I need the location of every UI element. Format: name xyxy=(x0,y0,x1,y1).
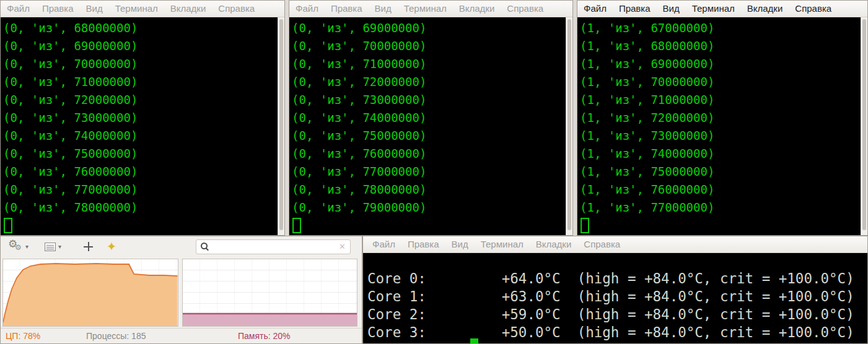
process-box-icon xyxy=(45,243,56,251)
highlight-button[interactable]: ✦ xyxy=(104,239,119,254)
cpu-graph-area xyxy=(3,259,178,326)
task-manager-statusbar: ЦП: 78% Процессы: 185 Память: 20% xyxy=(1,328,362,343)
memory-graph xyxy=(182,259,358,327)
menu-item[interactable]: Терминал xyxy=(109,1,164,17)
scrollbar-thumb[interactable] xyxy=(862,19,866,230)
task-manager-window: ⚙ ⚙ ▾ ▾ ✦ ✕ xyxy=(0,236,362,344)
terminal-line: (0, 'из', 77000000) xyxy=(3,181,284,199)
terminal-line: (1, 'из', 76000000) xyxy=(580,181,867,199)
menu-item[interactable]: Правка xyxy=(401,236,445,252)
terminal-line: (0, 'из', 76000000) xyxy=(3,163,284,181)
terminal-line: (0, 'из', 72000000) xyxy=(292,73,572,91)
menu-item[interactable]: Правка xyxy=(325,1,369,17)
monitor-graphs xyxy=(1,257,362,328)
cpu-usage-label: ЦП: 78% xyxy=(6,331,40,341)
menu-item[interactable]: Вид xyxy=(445,236,475,252)
chevron-down-icon: ▾ xyxy=(25,243,28,250)
menu-item[interactable]: Вид xyxy=(369,1,398,17)
terminal-window-bottom-right: ФайлПравкаВидТерминалВкладкиСправка Core… xyxy=(362,236,868,344)
scrollbar-thumb[interactable] xyxy=(279,19,283,230)
scrollbar[interactable] xyxy=(566,17,572,235)
menu-item[interactable]: Файл xyxy=(577,1,613,17)
sparkle-star-icon: ✦ xyxy=(107,241,116,252)
menu-item[interactable]: Вид xyxy=(657,1,686,17)
terminal-window-top-middle: ФайлПравкаВидТерминалВкладкиСправка (0, … xyxy=(289,0,573,236)
terminal-line: (0, 'из', 69000000) xyxy=(3,37,284,55)
terminal-line: (0, 'из', 78000000) xyxy=(292,181,572,199)
terminal-line: (0, 'из', 73000000) xyxy=(3,109,284,127)
menu-bar: ФайлПравкаВидТерминалВкладкиСправка xyxy=(363,236,867,253)
scrollbar[interactable] xyxy=(278,17,284,235)
terminal-line: (0, 'из', 74000000) xyxy=(292,109,572,127)
menu-item[interactable]: Терминал xyxy=(686,1,741,17)
menu-item[interactable]: Справка xyxy=(789,1,838,17)
menu-item[interactable]: Справка xyxy=(212,1,261,17)
clear-search-icon[interactable]: ✕ xyxy=(339,243,346,251)
terminal-line: Core 2: +59.0°C (high = +84.0°C, crit = … xyxy=(367,306,867,324)
menu-item[interactable]: Вкладки xyxy=(741,1,789,17)
menu-bar: ФайлПравкаВидТерминалВкладкиСправка xyxy=(1,1,284,17)
search-input[interactable] xyxy=(213,241,335,252)
terminal-output: (0, 'из', 68000000)(0, 'из', 69000000)(0… xyxy=(1,17,284,217)
terminal-line: (0, 'из', 75000000) xyxy=(292,127,572,145)
terminal-line: (1, 'из', 70000000) xyxy=(580,73,867,91)
terminal-cursor xyxy=(4,218,12,233)
search-icon xyxy=(201,243,209,251)
terminal-line: (0, 'из', 71000000) xyxy=(292,55,572,73)
terminal-line: (0, 'из', 78000000) xyxy=(3,199,284,217)
identify-window-button[interactable] xyxy=(81,241,95,252)
terminal-window-top-right: ФайлПравкаВидТерминалВкладкиСправка (1, … xyxy=(577,0,868,236)
scrollbar-thumb[interactable] xyxy=(568,19,571,230)
terminal-window-top-left: ФайлПравкаВидТерминалВкладкиСправка (0, … xyxy=(0,0,285,236)
terminal-line: (0, 'из', 71000000) xyxy=(3,73,284,91)
menu-item[interactable]: Вид xyxy=(80,1,109,17)
settings-menu-button[interactable]: ⚙ ⚙ ▾ xyxy=(6,239,31,255)
terminal-line: (0, 'из', 76000000) xyxy=(292,145,572,163)
terminal-line: (0, 'из', 72000000) xyxy=(3,91,284,109)
process-view-button[interactable]: ▾ xyxy=(42,241,64,252)
menu-item[interactable]: Вкладки xyxy=(164,1,213,17)
menu-item[interactable]: Вкладки xyxy=(453,1,501,17)
terminal-line: (1, 'из', 71000000) xyxy=(580,91,867,109)
terminal-cursor xyxy=(470,338,478,343)
menu-item[interactable]: Файл xyxy=(1,1,36,17)
terminal-line: (1, 'из', 67000000) xyxy=(580,19,867,37)
terminal-screen[interactable]: Core 0: +64.0°C (high = +84.0°C, crit = … xyxy=(363,253,867,343)
terminal-line: (0, 'из', 74000000) xyxy=(3,127,284,145)
terminal-line: Core 0: +64.0°C (high = +84.0°C, crit = … xyxy=(367,270,867,288)
search-box[interactable]: ✕ xyxy=(196,239,351,254)
menu-item[interactable]: Справка xyxy=(501,1,550,17)
terminal-line: (0, 'из', 75000000) xyxy=(3,145,284,163)
cpu-graph xyxy=(2,259,178,327)
terminal-screen[interactable]: (0, 'из', 68000000)(0, 'из', 69000000)(0… xyxy=(1,17,284,235)
menu-bar: ФайлПравкаВидТерминалВкладкиСправка xyxy=(289,1,572,17)
chevron-down-icon: ▾ xyxy=(58,243,61,250)
menu-bar: ФайлПравкаВидТерминалВкладкиСправка xyxy=(577,1,867,17)
terminal-line: Core 1: +63.0°C (high = +84.0°C, crit = … xyxy=(367,288,867,306)
menu-item[interactable]: Справка xyxy=(577,236,626,252)
terminal-output: (1, 'из', 67000000)(1, 'из', 68000000)(1… xyxy=(577,17,867,217)
terminal-line: (1, 'из', 75000000) xyxy=(580,163,867,181)
terminal-screen[interactable]: (1, 'из', 67000000)(1, 'из', 68000000)(1… xyxy=(577,17,867,235)
terminal-screen[interactable]: (0, 'из', 69000000)(0, 'из', 70000000)(0… xyxy=(289,17,572,235)
menu-item[interactable]: Файл xyxy=(366,236,401,252)
terminal-line: (1, 'из', 72000000) xyxy=(580,109,867,127)
scrollbar[interactable] xyxy=(861,17,867,235)
desktop: ФайлПравкаВидТерминалВкладкиСправка (0, … xyxy=(0,0,868,344)
task-manager-toolbar: ⚙ ⚙ ▾ ▾ ✦ ✕ xyxy=(1,236,362,257)
menu-item[interactable]: Вкладки xyxy=(530,236,578,252)
terminal-line: (0, 'из', 77000000) xyxy=(292,163,572,181)
menu-item[interactable]: Правка xyxy=(613,1,657,17)
bottom-row: ⚙ ⚙ ▾ ▾ ✦ ✕ xyxy=(0,236,868,344)
terminal-cursor xyxy=(292,218,301,233)
terminal-cursor xyxy=(581,218,589,233)
menu-item[interactable]: Терминал xyxy=(475,236,530,252)
terminal-line: (0, 'из', 70000000) xyxy=(292,37,572,55)
terminal-output: Core 0: +64.0°C (high = +84.0°C, crit = … xyxy=(363,253,867,342)
menu-item[interactable]: Правка xyxy=(36,1,80,17)
terminal-line: (0, 'из', 68000000) xyxy=(3,19,284,37)
terminal-line: (1, 'из', 73000000) xyxy=(580,127,867,145)
process-count-label: Процессы: 185 xyxy=(86,331,146,341)
menu-item[interactable]: Файл xyxy=(289,1,325,17)
menu-item[interactable]: Терминал xyxy=(398,1,453,17)
